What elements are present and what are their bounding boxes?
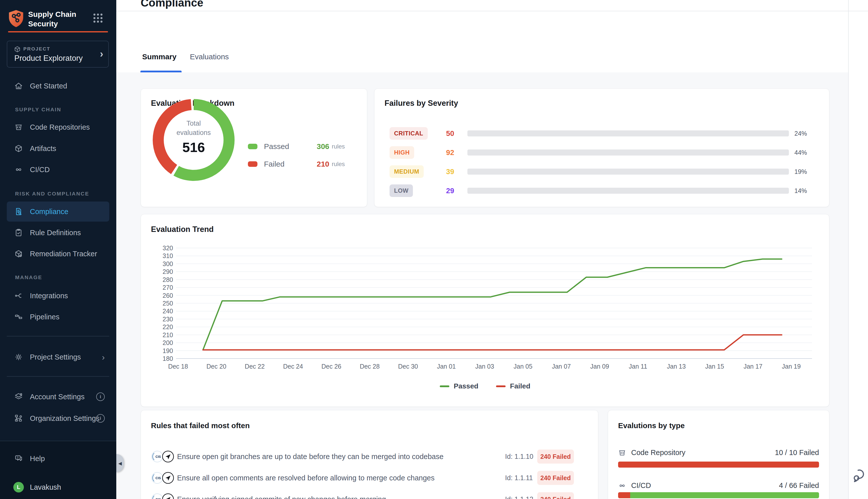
integrations-icon	[14, 291, 23, 300]
cis-logo-icon: CIS	[152, 494, 163, 499]
failed-swatch	[248, 161, 258, 167]
infinity-icon	[14, 165, 23, 174]
project-selector[interactable]: PROJECT Product Exploratory ›	[7, 41, 109, 68]
sidebar-footer: ? Help L Lavakush	[0, 441, 116, 499]
svg-text:CIS: CIS	[156, 476, 161, 480]
cis-logo-icon: CIS	[152, 472, 163, 484]
severity-bar	[468, 188, 789, 194]
owasp-logo-icon	[162, 472, 174, 484]
chevron-left-icon: ◂	[118, 459, 122, 467]
page-title: Compliance	[141, 0, 367, 11]
sidebar-collapse-handle[interactable]: ◂	[116, 454, 124, 472]
rule-text: Ensure open git branches are up to date …	[177, 452, 444, 461]
svg-text:Jan 15: Jan 15	[705, 363, 724, 370]
svg-text:280: 280	[162, 276, 173, 283]
svg-text:Dec 18: Dec 18	[168, 363, 188, 370]
sidebar-item-remediation-tracker[interactable]: Remediation Tracker	[7, 244, 109, 264]
owasp-logo-icon	[162, 494, 174, 499]
app-grid-icon[interactable]	[94, 14, 103, 24]
severity-badge: MEDIUM	[389, 165, 424, 178]
svg-text:260: 260	[162, 292, 173, 299]
avatar: L	[13, 482, 24, 492]
active-tab-underline	[140, 71, 182, 72]
rule-id: Id: 1.1.11	[505, 474, 533, 482]
passed-value: 306	[317, 142, 329, 151]
svg-text:310: 310	[162, 252, 173, 259]
tab-summary[interactable]: Summary	[142, 49, 176, 64]
severity-badge: HIGH	[389, 146, 414, 159]
evaluations-by-type-card: Evalutions by type Code Repository 10 / …	[608, 410, 829, 499]
code-repository-icon	[618, 449, 626, 457]
sidebar-item-artifacts[interactable]: Artifacts	[7, 138, 109, 159]
svg-text:Dec 28: Dec 28	[360, 363, 380, 370]
passed-label: Passed	[264, 142, 302, 151]
header-divider	[116, 11, 868, 11]
clipboard-check-icon	[14, 228, 23, 237]
rule-row[interactable]: CIS Ensure open git branches are up to d…	[141, 449, 598, 465]
card-title: Evalutions by type	[618, 421, 685, 430]
type-bar-cicd	[618, 492, 819, 498]
section-header-supply-chain: SUPPLY CHAIN	[15, 107, 61, 112]
sidebar-item-get-started[interactable]: Get Started	[7, 76, 109, 96]
rule-row[interactable]: CIS Ensure all open comments are resolve…	[141, 470, 598, 486]
remediation-box-icon	[14, 250, 23, 258]
svg-text:250: 250	[162, 300, 173, 307]
sidebar-item-pipelines[interactable]: Pipelines	[7, 307, 109, 327]
chevron-right-icon: ›	[102, 352, 105, 362]
type-label: Code Repository	[631, 449, 685, 457]
svg-text:Dec 22: Dec 22	[245, 363, 265, 370]
svg-text:220: 220	[162, 324, 173, 330]
project-label: PROJECT	[23, 46, 50, 52]
severity-percent: 24%	[794, 130, 817, 137]
severity-badge: LOW	[389, 184, 413, 197]
total-evaluations-value: 516	[167, 139, 220, 155]
sidebar-item-code-repositories[interactable]: Code Repositories	[7, 117, 109, 137]
sidebar-item-project-settings[interactable]: Project Settings ›	[7, 347, 109, 367]
info-icon[interactable]: i	[96, 414, 105, 423]
section-header-risk-compliance: RISK AND COMPLIANCE	[15, 191, 89, 197]
sidebar-item-user[interactable]: L Lavakush	[7, 477, 109, 497]
svg-text:Jan 17: Jan 17	[743, 363, 762, 370]
sidebar-item-label: Organization Settings	[30, 414, 99, 423]
rule-failed-badge: 240 Failed	[537, 450, 574, 464]
right-gutter	[848, 0, 868, 499]
sidebar-item-compliance[interactable]: Compliance	[7, 202, 109, 222]
info-icon[interactable]: i	[96, 392, 105, 401]
cis-logo-icon: CIS	[152, 451, 163, 462]
sidebar-item-integrations[interactable]: Integrations	[7, 286, 109, 306]
sidebar-item-label: Get Started	[30, 82, 67, 90]
compliance-document-icon	[14, 207, 23, 216]
tab-evaluations[interactable]: Evaluations	[190, 49, 229, 64]
passed-legend-dash	[440, 386, 449, 387]
sidebar-item-organization-settings[interactable]: Organization Settings i	[7, 408, 109, 428]
legend-row-passed: Passed 306 rules	[248, 141, 345, 152]
sidebar-item-account-settings[interactable]: Account Settings i	[7, 387, 109, 407]
gear-icon	[14, 353, 23, 361]
svg-text:210: 210	[162, 331, 173, 339]
sidebar-item-label: Project Settings	[30, 353, 81, 361]
svg-text:180: 180	[162, 355, 173, 362]
chat-bubbles-icon[interactable]	[852, 467, 868, 483]
type-row-code-repository: Code Repository 10 / 10 Failed	[618, 449, 819, 457]
type-bar-code-repository	[618, 462, 819, 467]
svg-text:190: 190	[162, 347, 173, 354]
user-name: Lavakush	[30, 483, 61, 491]
sidebar-divider	[7, 336, 109, 337]
type-row-cicd: CI/CD 4 / 66 Failed	[618, 482, 819, 490]
owasp-logo-icon	[162, 451, 174, 462]
rule-source-icons: CIS	[151, 471, 175, 484]
sidebar-item-label: Rule Definitions	[30, 229, 81, 237]
card-title: Rules that failed most often	[151, 421, 250, 430]
sidebar-item-label: Remediation Tracker	[30, 250, 97, 258]
sidebar-item-label: Integrations	[30, 292, 68, 300]
sidebar-item-help[interactable]: ? Help	[7, 449, 109, 468]
sidebar-item-rule-definitions[interactable]: Rule Definitions	[7, 223, 109, 243]
rule-text: Ensure verifying signed commits of new c…	[177, 495, 386, 499]
app-title: Supply Chain Security	[28, 10, 91, 29]
rule-row[interactable]: CIS Ensure verifying signed commits of n…	[141, 491, 598, 499]
rule-source-icons: CIS	[151, 493, 175, 499]
sidebar-item-cicd[interactable]: CI/CD	[7, 160, 109, 180]
chevron-right-icon: ›	[100, 48, 103, 60]
rule-failed-badge: 240 Failed	[537, 492, 574, 499]
severity-row-critical: CRITICAL 50 24%	[374, 127, 829, 139]
